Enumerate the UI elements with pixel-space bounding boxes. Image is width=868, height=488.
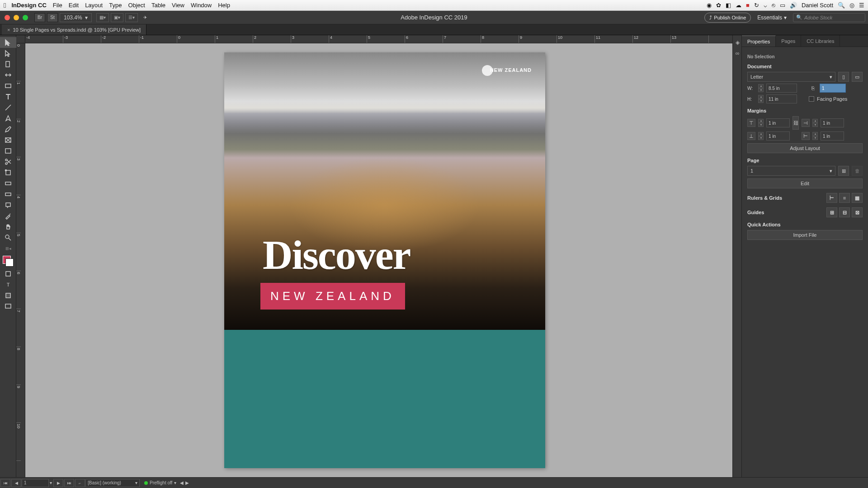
rulers-toggle-icon[interactable]: ⊢ xyxy=(826,193,837,203)
delete-page-icon[interactable]: 🗑 xyxy=(852,166,863,176)
tab-pages[interactable]: Pages xyxy=(776,35,801,47)
menu-view[interactable]: View xyxy=(172,2,184,9)
menu-window[interactable]: Window xyxy=(191,2,212,9)
view-options[interactable]: ▦▾ xyxy=(96,13,109,22)
scissors-tool[interactable] xyxy=(0,156,16,167)
maximize-window-button[interactable] xyxy=(23,15,28,20)
gpu-button[interactable]: ✈ xyxy=(140,13,151,22)
prev-page-button[interactable]: ◀ xyxy=(11,479,21,487)
bridge-button[interactable]: Br xyxy=(34,13,45,22)
orientation-landscape-button[interactable]: ▭ xyxy=(852,72,863,82)
document-tab[interactable]: × 10 Single Pages vs Spreads.indd @ 103%… xyxy=(2,24,146,35)
snap-guides-icon[interactable]: ⊠ xyxy=(852,207,863,217)
hand-tool[interactable] xyxy=(0,221,16,232)
menu-type[interactable]: Type xyxy=(109,2,122,9)
ruler-origin[interactable] xyxy=(16,35,25,43)
document-grid-icon[interactable]: ▦ xyxy=(852,193,863,203)
screen-mode-icon[interactable] xyxy=(0,301,16,312)
margin-top-input[interactable]: 1 in xyxy=(766,118,790,127)
new-page-icon[interactable]: ⊞ xyxy=(838,166,849,176)
pencil-tool[interactable] xyxy=(0,124,16,135)
apply-color-icon[interactable] xyxy=(0,290,16,301)
status-icon[interactable]: ◉ xyxy=(707,2,712,9)
gradient-swatch-tool[interactable] xyxy=(0,178,16,189)
canvas[interactable]: NEW ZEALAND Discover NEW ZEALAND xyxy=(25,43,732,477)
height-input[interactable]: 11 in xyxy=(766,94,797,103)
content-collector-tool[interactable] xyxy=(0,80,16,91)
menu-edit[interactable]: Edit xyxy=(69,2,79,9)
status-icon[interactable]: ◧ xyxy=(726,2,731,9)
guides-toggle-icon[interactable]: ⊞ xyxy=(826,207,837,217)
rectangle-tool[interactable] xyxy=(0,145,16,156)
orientation-portrait-button[interactable]: ▯ xyxy=(838,72,849,82)
discover-heading[interactable]: Discover xyxy=(263,231,410,279)
margin-bottom-input[interactable]: 1 in xyxy=(766,131,790,141)
profile-select[interactable]: [Basic] (working)▾ xyxy=(85,479,140,487)
workspace-selector[interactable]: Essentials ▾ xyxy=(755,14,789,21)
status-icon[interactable]: ☁ xyxy=(736,2,741,9)
first-page-button[interactable]: ⏮ xyxy=(0,479,10,487)
open-button[interactable]: ⌐ xyxy=(75,479,85,487)
spotlight-icon[interactable]: 🔍 xyxy=(838,2,845,9)
publish-online-button[interactable]: ⤴ Publish Online xyxy=(704,13,751,23)
apple-icon[interactable]:  xyxy=(4,1,6,9)
user-menu[interactable]: Daniel Scott xyxy=(802,2,833,9)
volume-icon[interactable]: 🔊 xyxy=(790,2,797,9)
adobe-stock-search[interactable]: 🔍 Adobe Stock xyxy=(793,13,865,22)
document-page[interactable]: NEW ZEALAND Discover NEW ZEALAND xyxy=(224,52,545,468)
hero-image-frame[interactable]: NEW ZEALAND Discover NEW ZEALAND xyxy=(224,52,545,330)
zoom-tool[interactable] xyxy=(0,232,16,243)
vertical-ruler[interactable]: 012345678910 xyxy=(16,43,25,477)
margin-right-input[interactable]: 1 in xyxy=(821,131,844,141)
nz-subheading-box[interactable]: NEW ZEALAND xyxy=(260,283,405,310)
status-icon[interactable]: ✿ xyxy=(716,2,721,9)
tool-toggle[interactable]: ⊞◂ xyxy=(0,243,16,254)
close-tab-icon[interactable]: × xyxy=(7,27,10,33)
height-stepper[interactable]: ▴▾ xyxy=(758,95,764,103)
note-tool[interactable] xyxy=(0,200,16,211)
last-page-button[interactable]: ⏭ xyxy=(64,479,74,487)
siri-icon[interactable]: ◎ xyxy=(849,2,854,9)
notification-icon[interactable]: ☰ xyxy=(859,2,864,9)
type-tool[interactable] xyxy=(0,91,16,102)
app-name[interactable]: InDesign CC xyxy=(11,2,46,9)
page-preset-select[interactable]: Letter▾ xyxy=(747,72,835,82)
width-input[interactable]: 8.5 in xyxy=(766,84,797,93)
smart-guides-icon[interactable]: ⊟ xyxy=(839,207,850,217)
format-container-icon[interactable] xyxy=(0,268,16,279)
direct-selection-tool[interactable] xyxy=(0,48,16,59)
layers-dock-icon[interactable]: ◈ xyxy=(733,37,742,48)
margin-bottom-stepper[interactable]: ▴▾ xyxy=(758,132,764,140)
edit-page-button[interactable]: Edit xyxy=(747,178,863,188)
menu-object[interactable]: Object xyxy=(128,2,145,9)
free-transform-tool[interactable] xyxy=(0,167,16,178)
nz-logo[interactable]: NEW ZEALAND xyxy=(482,65,532,76)
time-machine-icon[interactable]: ↻ xyxy=(754,2,759,9)
eyedropper-tool[interactable] xyxy=(0,211,16,221)
status-icon[interactable]: ■ xyxy=(746,2,750,9)
next-page-button[interactable]: ▶ xyxy=(53,479,63,487)
screen-mode[interactable]: ▣▾ xyxy=(111,13,123,22)
tab-properties[interactable]: Properties xyxy=(742,35,776,47)
menu-file[interactable]: File xyxy=(53,2,62,9)
gap-tool[interactable] xyxy=(0,70,16,80)
margin-left-stepper[interactable]: ▴▾ xyxy=(812,119,818,127)
adjust-layout-button[interactable]: Adjust Layout xyxy=(747,143,863,153)
pen-tool[interactable] xyxy=(0,113,16,124)
format-text-icon[interactable]: T xyxy=(0,279,16,290)
current-page-input[interactable]: 1 xyxy=(22,479,49,487)
preflight-status[interactable]: Preflight off▾ ◀▶ xyxy=(144,480,189,485)
facing-pages-checkbox[interactable]: Facing Pages xyxy=(809,96,847,102)
rectangle-frame-tool[interactable] xyxy=(0,135,16,145)
menu-help[interactable]: Help xyxy=(218,2,230,9)
selection-tool[interactable] xyxy=(0,37,16,48)
menu-layout[interactable]: Layout xyxy=(85,2,103,9)
zoom-level[interactable]: 103.4%▾ xyxy=(60,13,92,22)
wifi-icon[interactable]: ⌵ xyxy=(764,2,767,9)
line-tool[interactable] xyxy=(0,102,16,113)
arrange[interactable]: ☰▾ xyxy=(125,13,138,22)
pages-input[interactable]: 1 xyxy=(820,84,846,93)
tab-cc-libraries[interactable]: CC Libraries xyxy=(801,35,840,47)
bluetooth-icon[interactable]: ⎋ xyxy=(772,2,775,9)
teal-rectangle[interactable] xyxy=(224,330,545,468)
